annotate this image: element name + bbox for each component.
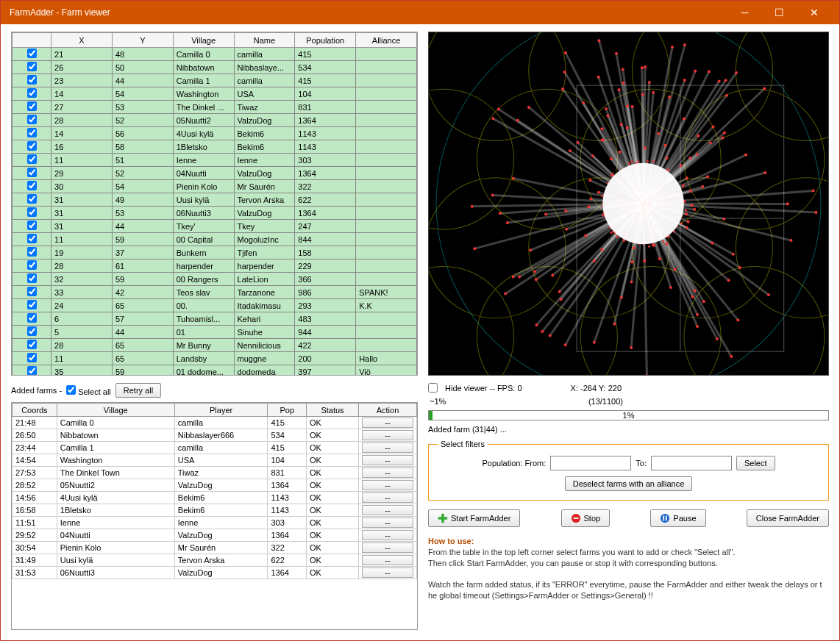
row-action-button[interactable]: -- [362,530,413,540]
row-checkbox[interactable] [27,260,37,270]
row-checkbox[interactable] [27,49,37,58]
table-row[interactable]: 28:5205Nuutti2ValzuDog1364OK-- [13,479,417,492]
row-action-button[interactable]: -- [362,418,413,428]
row-checkbox[interactable] [27,168,37,177]
table-row[interactable]: 31:49Uusi kyläTervon Arska622OK-- [13,554,417,567]
table-row[interactable]: 246500.Itadakimasu293K.K [13,299,417,312]
row-checkbox[interactable] [27,300,37,309]
table-row[interactable]: 1937BunkernTjifen158 [13,246,417,259]
table-row[interactable]: 2344Camilla 1camilla415 [13,74,417,87]
table-row[interactable]: 11:51IenneIenne303OK-- [13,517,417,529]
row-checkbox[interactable] [27,154,37,164]
table-row[interactable]: 2148Camilla 0camilla415 [13,48,417,61]
farms-header[interactable]: Name [234,33,295,48]
table-row[interactable]: 295204NuuttiValzuDog1364 [13,167,417,180]
added-header[interactable]: Village [57,404,174,417]
added-header[interactable]: Action [358,404,416,417]
close-farmadder-button[interactable]: Close FarmAdder [747,509,829,527]
row-checkbox[interactable] [27,326,37,336]
deselect-alliance-button[interactable]: Deselect farms with an alliance [565,476,693,491]
table-row[interactable]: 21:48Camilla 0camilla415OK-- [13,417,417,429]
row-action-button[interactable]: -- [362,480,413,490]
row-action-button[interactable]: -- [362,455,413,465]
row-checkbox[interactable] [27,207,37,217]
row-checkbox[interactable] [27,353,37,362]
row-checkbox[interactable] [27,221,37,230]
added-header[interactable]: Status [307,404,359,417]
table-row[interactable]: 16581BletskoBekim61143 [13,140,417,154]
table-row[interactable]: 30:54Pienin KoloMr Saurén322OK-- [13,542,417,554]
select-all-checkbox[interactable] [66,385,76,395]
row-action-button[interactable]: -- [362,443,413,453]
table-row[interactable]: 1165Landsbymuggne200Hallo [13,352,417,365]
row-checkbox[interactable] [27,181,37,190]
table-row[interactable]: 31:5306Nuutti3ValzuDog1364OK-- [13,567,417,579]
row-checkbox[interactable] [27,75,37,85]
farms-header[interactable]: Alliance [356,33,417,48]
farms-header[interactable] [13,33,51,48]
pause-button[interactable]: Pause [650,509,705,527]
titlebar[interactable]: FarmAdder - Farm viewer ─ ☐ ✕ [1,1,839,24]
table-row[interactable]: 29:5204NuuttiValzuDog1364OK-- [13,529,417,542]
table-row[interactable]: 3342Teos slavTarzanone986SPANK! [13,286,417,299]
table-row[interactable]: 285205Nuutti2ValzuDog1364 [13,114,417,127]
row-checkbox[interactable] [27,115,37,124]
retry-all-button[interactable]: Retry all [115,383,161,398]
minimize-button[interactable]: ─ [728,2,761,23]
table-row[interactable]: 115900 CapitalMogoluzInc844 [13,233,417,246]
table-row[interactable]: 54401Sinuhe944 [13,326,417,339]
farms-header[interactable]: X [51,33,113,48]
row-action-button[interactable]: -- [362,518,413,528]
added-header[interactable]: Coords [13,404,57,417]
farms-header[interactable]: Village [173,33,234,48]
hide-viewer-checkbox[interactable] [428,383,438,393]
table-row[interactable]: 14:564Uusi kyläBekim61143OK-- [13,492,417,504]
row-action-button[interactable]: -- [362,567,413,578]
farms-header[interactable]: Y [112,33,173,48]
farms-header[interactable]: Population [295,33,356,48]
row-checkbox[interactable] [27,247,37,257]
table-row[interactable]: 14564Uusi kyläBekim61143 [13,127,417,140]
table-row[interactable]: 1454WashingtonUSA104 [13,87,417,101]
row-checkbox[interactable] [27,234,37,243]
row-action-button[interactable]: -- [362,430,413,440]
row-checkbox[interactable] [27,62,37,71]
table-row[interactable]: 23:44Camilla 1camilla415OK-- [13,442,417,454]
row-checkbox[interactable] [27,141,37,151]
farms-table-container[interactable]: XYVillageNamePopulationAlliance 2148Cami… [11,32,418,376]
table-row[interactable]: 3054Pienin KoloMr Saurén322 [13,180,417,193]
row-checkbox[interactable] [27,273,37,283]
added-header[interactable]: Player [174,404,268,417]
table-row[interactable]: 325900 RangersLateLion366 [13,273,417,286]
select-filter-button[interactable]: Select [736,456,775,470]
row-checkbox[interactable] [27,366,37,376]
added-table[interactable]: CoordsVillagePlayerPopStatusAction 21:48… [12,403,417,579]
table-row[interactable]: 3149Uusi kyläTervon Arska622 [13,193,417,207]
row-action-button[interactable]: -- [362,555,413,565]
close-button[interactable]: ✕ [797,2,830,23]
population-to-input[interactable] [651,456,732,470]
table-row[interactable]: 355901 dodome...dodomeda397Viö [13,365,417,376]
row-action-button[interactable]: -- [362,542,413,553]
table-row[interactable]: 2650NibbatownNibbaslaye...534 [13,61,417,74]
table-row[interactable]: 315306Nuutti3ValzuDog1364 [13,207,417,220]
map-viewer[interactable] [428,32,829,376]
added-table-container[interactable]: CoordsVillagePlayerPopStatusAction 21:48… [11,402,418,630]
row-action-button[interactable]: -- [362,493,413,503]
row-action-button[interactable]: -- [362,468,413,478]
row-checkbox[interactable] [27,128,37,137]
farms-table[interactable]: XYVillageNamePopulationAlliance 2148Cami… [12,32,417,376]
table-row[interactable]: 1151IenneIenne303 [13,154,417,167]
table-row[interactable]: 3144Tkey'Tkey247 [13,220,417,233]
table-row[interactable]: 657Tuhoamisl...Kehari483 [13,312,417,326]
select-all-checkbox-label[interactable]: Select all [66,385,111,396]
table-row[interactable]: 2865Mr BunnyNennilicious422 [13,339,417,352]
row-checkbox[interactable] [27,340,37,349]
table-row[interactable]: 2861harpenderharpender229 [13,259,417,273]
row-checkbox[interactable] [27,88,37,98]
row-checkbox[interactable] [27,101,37,111]
row-action-button[interactable]: -- [362,505,413,515]
table-row[interactable]: 2753The Dinkel ...Tiwaz831 [13,101,417,114]
row-checkbox[interactable] [27,287,37,296]
stop-button[interactable]: Stop [561,509,611,527]
